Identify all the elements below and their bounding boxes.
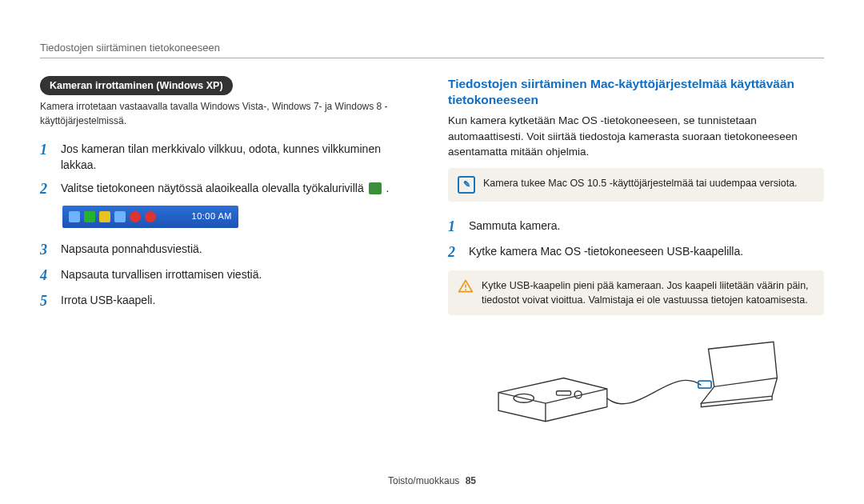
step-text: Valitse tietokoneen näytössä alaoikealla… xyxy=(61,178,389,196)
taskbar-tray-icon xyxy=(145,211,156,222)
safely-remove-icon xyxy=(369,182,382,194)
step-text: Kytke kamera Mac OS -tietokoneeseen USB-… xyxy=(469,242,743,259)
pill-subtext: Kamera irrotetaan vastaavalla tavalla Wi… xyxy=(40,100,416,128)
step-text: Sammuta kamera. xyxy=(469,216,560,234)
right-column: Tiedostojen siirtäminen Mac-käyttöjärjes… xyxy=(448,32,824,434)
step-number: 1 xyxy=(40,139,53,160)
page-footer: Toisto/muokkaus 85 xyxy=(0,475,864,486)
left-column: Kameran irrottaminen (Windows XP) Kamera… xyxy=(40,32,416,434)
step-number: 2 xyxy=(448,242,461,262)
taskbar-tray-icon xyxy=(130,211,141,222)
taskbar-tray-icon xyxy=(114,211,126,222)
note-text: Kamera tukee Mac OS 10.5 -käyttöjärjeste… xyxy=(483,176,798,190)
footer-section: Toisto/muokkaus xyxy=(388,475,459,486)
section-heading: Tiedostojen siirtäminen Mac-käyttöjärjes… xyxy=(448,76,824,108)
step-row: 1 Sammuta kamera. xyxy=(448,216,824,237)
step-row: 2 Valitse tietokoneen näytössä alaoikeal… xyxy=(40,178,416,199)
step-row: 1 Jos kameran tilan merkkivalo vilkkuu, … xyxy=(40,139,416,174)
step-number: 2 xyxy=(40,178,53,199)
taskbar-tray-icon xyxy=(99,211,110,222)
camera-laptop-illustration xyxy=(448,330,824,434)
step-number: 4 xyxy=(40,265,53,286)
page-number: 85 xyxy=(466,475,476,486)
windows-taskbar-illustration: 10:00 AM xyxy=(62,206,238,228)
svg-rect-4 xyxy=(556,391,570,395)
warning-box: Kytke USB-kaapelin pieni pää kameraan. J… xyxy=(448,270,824,315)
intro-paragraph: Kun kamera kytketään Mac OS -tietokonees… xyxy=(448,113,824,160)
step-text: Irrota USB-kaapeli. xyxy=(61,290,155,308)
step-number: 3 xyxy=(40,239,53,260)
page-body: Kameran irrottaminen (Windows XP) Kamera… xyxy=(0,0,864,450)
svg-point-1 xyxy=(465,289,466,290)
running-header: Tiedostojen siirtäminen tietokoneeseen xyxy=(40,42,220,54)
step-number: 5 xyxy=(40,290,53,311)
step-text: Napsauta ponnahdusviestiä. xyxy=(61,239,202,257)
step-row: 3 Napsauta ponnahdusviestiä. xyxy=(40,239,416,260)
step-row: 4 Napsauta turvallisen irrottamisen vies… xyxy=(40,265,416,286)
step-text: Jos kameran tilan merkkivalo vilkkuu, od… xyxy=(61,139,416,174)
step-2-text: Valitse tietokoneen näytössä alaoikealla… xyxy=(61,182,364,194)
note-box: ✎ Kamera tukee Mac OS 10.5 -käyttöjärjes… xyxy=(448,168,824,202)
step-text: Napsauta turvallisen irrottamisen viesti… xyxy=(61,265,262,282)
note-icon: ✎ xyxy=(458,176,475,194)
section-pill: Kameran irrottaminen (Windows XP) xyxy=(40,76,233,95)
taskbar-start-icon xyxy=(69,211,80,222)
step-row: 5 Irrota USB-kaapeli. xyxy=(40,290,416,311)
header-divider xyxy=(40,58,824,58)
warning-text: Kytke USB-kaapelin pieni pää kameraan. J… xyxy=(482,278,814,307)
warning-icon xyxy=(458,278,474,294)
step-row: 2 Kytke kamera Mac OS -tietokoneeseen US… xyxy=(448,242,824,262)
step-number: 1 xyxy=(448,216,461,237)
taskbar-tray-icon xyxy=(84,211,95,222)
taskbar-clock: 10:00 AM xyxy=(192,210,232,223)
